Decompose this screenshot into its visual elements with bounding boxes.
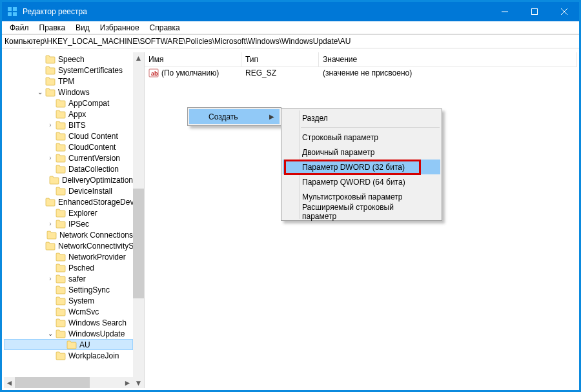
tree-item[interactable]: AppCompat <box>4 98 133 108</box>
expand-icon[interactable]: › <box>45 154 56 161</box>
tree-item[interactable]: ›CurrentVersion <box>4 152 133 163</box>
folder-icon <box>56 132 66 141</box>
collapse-icon[interactable]: ⌄ <box>35 88 45 96</box>
folder-icon <box>56 329 66 338</box>
tree-item-label: Appx <box>68 110 86 119</box>
folder-icon <box>56 121 66 130</box>
tree-item[interactable]: WcmSvc <box>4 306 133 317</box>
submenu-expandstring[interactable]: Расширяемый строковый параметр <box>283 204 440 219</box>
scroll-thumb[interactable] <box>15 377 90 388</box>
expand-icon[interactable]: › <box>45 275 56 282</box>
tree-item[interactable]: DataCollection <box>4 163 133 174</box>
tree-item[interactable]: Psched <box>4 262 133 273</box>
tree-vertical-scrollbar[interactable]: ▲ ▼ <box>133 52 144 388</box>
folder-icon <box>56 253 66 262</box>
menu-separator <box>301 127 440 128</box>
list-header: Имя Тип Значение <box>145 52 577 67</box>
address-input[interactable] <box>5 37 576 46</box>
scroll-down-arrow[interactable]: ▼ <box>133 377 144 388</box>
tree-item[interactable]: ›safer <box>4 273 133 284</box>
tree-item-label: AppCompat <box>68 99 109 108</box>
tree-item[interactable]: ›BITS <box>4 119 133 130</box>
menu-favorites[interactable]: Избранное <box>95 22 145 34</box>
tree-item[interactable]: AU <box>4 339 133 350</box>
tree-item[interactable]: Network Connections <box>4 229 133 240</box>
scroll-left-arrow[interactable]: ◄ <box>4 377 15 388</box>
expand-icon[interactable]: › <box>45 121 56 129</box>
tree-item[interactable]: CloudContent <box>4 141 133 152</box>
tree-item-label: Windows Search <box>68 318 127 327</box>
registry-tree[interactable]: SpeechSystemCertificatesTPM⌄WindowsAppCo… <box>4 52 133 377</box>
tree-item[interactable]: Explorer <box>4 207 133 218</box>
tree-item[interactable]: ›IPSec <box>4 218 133 229</box>
collapse-icon[interactable]: ⌄ <box>45 330 56 337</box>
tree-item-label: CloudContent <box>68 143 116 152</box>
tree-item-label: DeviceInstall <box>68 187 112 196</box>
tree-item-label: WorkplaceJoin <box>68 351 119 360</box>
svg-rect-5 <box>532 9 538 15</box>
app-icon <box>7 6 17 17</box>
tree-item[interactable]: System <box>4 295 133 306</box>
scroll-right-arrow[interactable]: ► <box>122 377 133 388</box>
menu-help[interactable]: Справка <box>145 22 185 34</box>
svg-text:ab: ab <box>151 70 158 77</box>
tree-item[interactable]: DeliveryOptimization <box>4 174 133 185</box>
menu-view[interactable]: Вид <box>70 22 95 34</box>
tree-item[interactable]: EnhancedStorageDevices <box>4 196 133 207</box>
folder-icon <box>56 143 66 152</box>
tree-item[interactable]: SystemCertificates <box>4 65 133 76</box>
tree-item[interactable]: ⌄WindowsUpdate <box>4 328 133 339</box>
tree-item[interactable]: TPM <box>4 76 133 87</box>
maximize-button[interactable] <box>520 2 549 21</box>
folder-icon <box>49 176 59 185</box>
tree-horizontal-scrollbar[interactable]: ◄ ► <box>4 377 133 388</box>
tree-item-label: DeliveryOptimization <box>62 176 133 185</box>
tree-item[interactable]: NetworkProvider <box>4 251 133 262</box>
tree-pane: SpeechSystemCertificatesTPM⌄WindowsAppCo… <box>4 52 145 388</box>
tree-item[interactable]: SettingSync <box>4 284 133 295</box>
tree-item[interactable]: Appx <box>4 108 133 119</box>
tree-item[interactable]: NetworkConnectivityStatus <box>4 240 133 251</box>
column-type[interactable]: Тип <box>241 52 319 67</box>
string-value-icon: ab <box>148 68 159 78</box>
scroll-thumb[interactable] <box>133 189 144 298</box>
folder-icon <box>45 55 56 64</box>
context-menu-new[interactable]: Создать ▶ <box>189 109 280 124</box>
value-row-default[interactable]: ab (По умолчанию) REG_SZ (значение не пр… <box>145 67 577 78</box>
tree-item[interactable]: DeviceInstall <box>4 185 133 196</box>
tree-item-label: AU <box>79 340 90 349</box>
expand-icon[interactable]: › <box>45 220 56 227</box>
column-name[interactable]: Имя <box>145 52 241 67</box>
tree-item-label: SettingSync <box>68 285 110 294</box>
tree-item-label: Explorer <box>68 209 97 218</box>
folder-icon <box>45 198 56 207</box>
submenu-binary[interactable]: Двоичный параметр <box>283 145 440 160</box>
tree-item[interactable]: ⌄Windows <box>4 87 133 98</box>
submenu-dword[interactable]: Параметр DWORD (32 бита) <box>283 160 440 174</box>
column-value[interactable]: Значение <box>319 52 577 67</box>
tree-item[interactable]: WorkplaceJoin <box>4 350 133 361</box>
submenu-string[interactable]: Строковый параметр <box>283 130 440 145</box>
svg-rect-0 <box>8 7 12 11</box>
submenu-key[interactable]: Раздел <box>283 110 440 125</box>
scroll-up-arrow[interactable]: ▲ <box>133 52 144 63</box>
tree-item-label: NetworkProvider <box>68 253 126 262</box>
folder-icon <box>45 77 56 86</box>
tree-item-label: Windows <box>58 88 90 97</box>
menu-file[interactable]: Файл <box>5 22 34 34</box>
tree-item[interactable]: Speech <box>4 54 133 65</box>
tree-item-label: Cloud Content <box>68 132 118 141</box>
menu-edit[interactable]: Правка <box>34 22 71 34</box>
tree-item[interactable]: Windows Search <box>4 317 133 328</box>
folder-icon <box>56 154 66 163</box>
tree-item-label: NetworkConnectivityStatus <box>58 242 133 251</box>
tree-item[interactable]: Cloud Content <box>4 130 133 141</box>
tree-item-label: EnhancedStorageDevices <box>58 198 133 207</box>
address-bar <box>2 34 579 48</box>
value-type: REG_SZ <box>241 68 319 77</box>
minimize-button[interactable] <box>490 2 520 21</box>
folder-icon <box>56 318 66 327</box>
submenu-qword[interactable]: Параметр QWORD (64 бита) <box>283 174 440 189</box>
close-button[interactable] <box>549 2 579 21</box>
context-submenu-new: Раздел Строковый параметр Двоичный парам… <box>281 108 442 221</box>
